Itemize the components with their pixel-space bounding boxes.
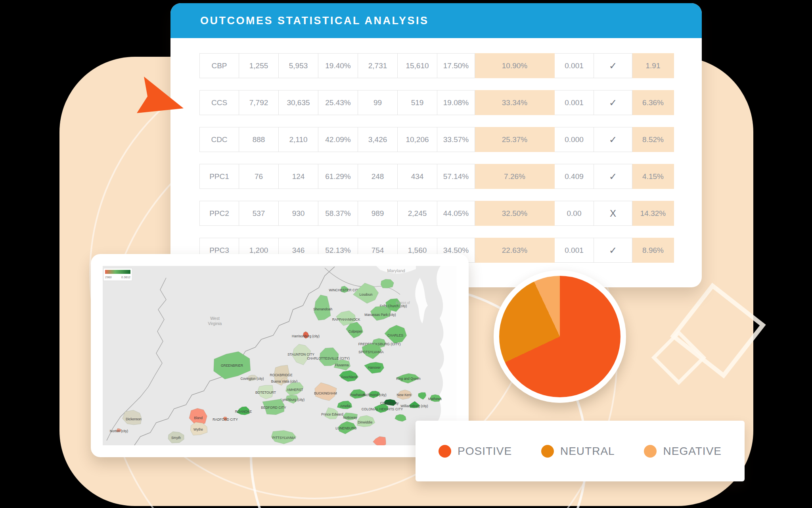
table-cell: 10.90% (475, 53, 555, 78)
legend-item: POSITIVE (439, 445, 512, 458)
table-cell: 989 (358, 201, 398, 226)
table-cell: 888 (239, 127, 279, 152)
table-cell: 0.409 (555, 164, 594, 189)
row-label: CCS (199, 90, 239, 115)
table-cell: 4.15% (632, 164, 674, 189)
card-header: OUTCOMES STATISTICAL ANALYSIS (170, 3, 702, 38)
table-cell: 1,255 (239, 53, 279, 78)
table-cell: 8.96% (632, 238, 674, 263)
county-label: Wythe (193, 427, 203, 431)
table-cell: 434 (398, 164, 437, 189)
county-label: BEDFORD CITY (261, 406, 286, 410)
county-label: Amelia (340, 404, 350, 408)
table-cell: 30,635 (279, 90, 318, 115)
state-label: Maryland (387, 268, 405, 273)
table-cell: 32.50% (475, 201, 555, 226)
county-label: BUCKINGHAM (314, 391, 337, 395)
table-row: CBP1,2555,95319.40%2,73115,61017.50%10.9… (199, 53, 674, 78)
table-cell: 930 (279, 201, 318, 226)
table-cell: 57.14% (437, 164, 475, 189)
legend-label: NEUTRAL (560, 445, 615, 458)
table-cell: 42.09% (318, 127, 358, 152)
significance-mark: ✓ (594, 90, 632, 115)
table-cell: 33.34% (475, 90, 555, 115)
table-cell: 0.000 (555, 127, 594, 152)
county-label: New Kent (397, 393, 412, 397)
county-label: CHARLES (387, 333, 403, 337)
table-cell: 19.40% (318, 53, 358, 78)
table-cell: 537 (239, 201, 279, 226)
scale-max-label: 0.3612 (121, 275, 130, 279)
county-label: Shenandoah (313, 307, 332, 311)
table-cell: 3,426 (358, 127, 398, 152)
sentiment-pie-chart (494, 270, 626, 403)
county-label: Bland (194, 416, 203, 420)
significance-mark: X (594, 201, 632, 226)
legend-item: NEGATIVE (644, 445, 722, 458)
table-cell: 5,953 (279, 53, 318, 78)
row-label: PPC2 (199, 201, 239, 226)
county-label: Culpeper (349, 329, 362, 333)
table-cell: 2,245 (398, 201, 437, 226)
county-label: Prince Edward (321, 412, 343, 416)
table-cell: 1.91 (632, 53, 674, 78)
county-label: ROCKBRIDGE (270, 373, 292, 377)
pie-legend-card: POSITIVENEUTRALNEGATIVE (416, 421, 745, 481)
table-cell: 10,206 (398, 127, 437, 152)
table-cell: 61.29% (318, 164, 358, 189)
legend-dot-icon (644, 445, 657, 458)
legend-dot-icon (541, 445, 554, 458)
table-cell: 25.37% (475, 127, 555, 152)
county-label: Nottoway (343, 416, 357, 419)
cursor-arrow-icon (135, 75, 186, 116)
county-label: SPOTSYLVANIA (358, 350, 384, 354)
table-cell: 519 (398, 90, 437, 115)
table-cell: 8.52% (632, 127, 674, 152)
legend-label: NEGATIVE (663, 445, 722, 458)
significance-mark: ✓ (594, 53, 632, 78)
county-label: GREENBRIER (221, 364, 243, 368)
county-label: ROANOKE (235, 410, 252, 414)
county-label: RAPPAHANNOCK (332, 318, 360, 321)
row-label: CDC (199, 127, 239, 152)
table-cell: 17.50% (437, 53, 475, 78)
row-label: PPC1 (199, 164, 239, 189)
county-label: Manassas Park (city) (364, 313, 396, 317)
table-row: CDC8882,11042.09%3,42610,20633.57%25.37%… (199, 127, 674, 152)
county-label: Richmond (city) (363, 393, 386, 397)
table-cell: 15,610 (398, 53, 437, 78)
table-cell: 0.00 (555, 201, 594, 226)
table-cell: 33.57% (437, 127, 475, 152)
table-cell: 22.63% (475, 238, 555, 263)
page-title: OUTCOMES STATISTICAL ANALYSIS (200, 15, 429, 27)
stats-table: CBP1,2555,95319.40%2,73115,61017.50%10.9… (199, 53, 674, 275)
table-cell: 124 (279, 164, 318, 189)
table-cell: 99 (358, 90, 398, 115)
table-cell: 25.43% (318, 90, 358, 115)
scale-min-label: 2960 (105, 275, 112, 279)
county-label: Harrisonburg (city) (292, 334, 320, 338)
table-row: PPC253793058.37%9892,24544.05%32.50%0.00… (199, 201, 674, 226)
virginia-choropleth-map[interactable]: WINCHESTER CITYLoudounShenandoahFalls Ch… (103, 266, 457, 445)
county-label: RADFORD CITY (213, 418, 238, 421)
county-label: LUNENBURG (335, 426, 356, 430)
county-label: Williamsburg (city) (400, 404, 428, 408)
table-cell: 0.001 (555, 238, 594, 263)
county-label: Dickenson (126, 417, 142, 421)
table-cell: 14.32% (632, 201, 674, 226)
legend-label: POSITIVE (458, 445, 512, 458)
stats-table-card: OUTCOMES STATISTICAL ANALYSIS CBP1,2555,… (170, 3, 702, 287)
significance-mark: ✓ (594, 164, 632, 189)
table-cell: 0.001 (555, 90, 594, 115)
county-label: Hanover (368, 366, 381, 369)
county-label: Covington (city) (240, 377, 264, 381)
map-scale-legend: 2960 0.3612 (103, 268, 132, 281)
choropleth-map-card: WINCHESTER CITYLoudounShenandoahFalls Ch… (91, 254, 469, 457)
county-label: Dinwiddie (358, 420, 373, 424)
table-cell: 6.36% (632, 90, 674, 115)
legend-dot-icon (439, 445, 451, 458)
table-cell: 0.001 (555, 53, 594, 78)
county-label: COLONIAL HEIGHTS CITY (362, 407, 403, 411)
county-label: BOTETOURT (255, 391, 276, 394)
county-label: FREDERICKSBURG (CITY) (358, 342, 401, 346)
